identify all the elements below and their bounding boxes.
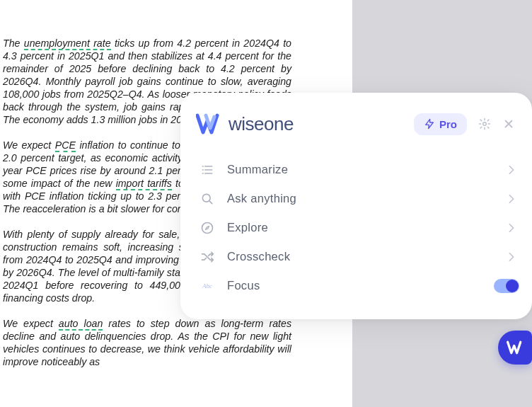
highlight-unemployment-rate[interactable]: unemployment rate (24, 38, 111, 50)
menu-label: Explore (227, 221, 268, 234)
chevron-right-icon (508, 252, 515, 262)
wiseone-popup: wiseone Pro Summarize (180, 93, 532, 319)
search-icon (200, 192, 214, 206)
bolt-icon (424, 118, 435, 130)
toggle-knob (506, 280, 519, 292)
popup-menu: Summarize Ask anything Explore (180, 155, 532, 300)
highlight-import-tariffs[interactable]: import tariffs (116, 178, 172, 190)
menu-label: Focus (227, 279, 260, 292)
chevron-right-icon (508, 223, 515, 233)
list-icon (200, 163, 214, 177)
highlight-pce[interactable]: PCE (55, 139, 76, 152)
gear-icon (478, 117, 491, 130)
popup-header: wiseone Pro (180, 93, 532, 155)
settings-button[interactable] (478, 117, 491, 130)
text: We expect (3, 139, 55, 151)
wiseone-fab[interactable] (498, 331, 532, 365)
menu-label: Ask anything (227, 192, 296, 205)
close-button[interactable] (502, 117, 515, 130)
article-paragraph: We expect auto loan rates to step down a… (3, 317, 291, 368)
close-icon (502, 117, 515, 130)
svg-point-2 (202, 222, 213, 233)
chevron-right-icon (508, 194, 515, 204)
compass-icon (200, 221, 214, 235)
focus-toggle[interactable] (494, 279, 519, 293)
menu-item-summarize[interactable]: Summarize (187, 155, 525, 184)
popup-header-actions: Pro (414, 113, 515, 135)
menu-item-focus[interactable]: Abc Focus (187, 271, 525, 300)
menu-item-ask[interactable]: Ask anything (187, 184, 525, 213)
abc-icon: Abc (200, 279, 214, 293)
menu-label: Summarize (227, 163, 288, 176)
brand-logo-icon (506, 339, 524, 356)
brand-logo-icon (196, 111, 224, 137)
text: The (3, 38, 24, 49)
text: We expect (3, 318, 59, 329)
brand: wiseone (196, 111, 294, 137)
menu-label: Crosscheck (227, 250, 290, 263)
highlight-auto-loan[interactable]: auto loan (59, 318, 103, 331)
shuffle-icon (200, 250, 214, 264)
svg-point-0 (483, 122, 487, 126)
chevron-right-icon (508, 165, 515, 175)
menu-item-crosscheck[interactable]: Crosscheck (187, 242, 525, 271)
menu-item-explore[interactable]: Explore (187, 213, 525, 242)
pro-button[interactable]: Pro (414, 113, 467, 135)
pro-label: Pro (439, 118, 457, 130)
brand-name: wiseone (229, 113, 294, 135)
